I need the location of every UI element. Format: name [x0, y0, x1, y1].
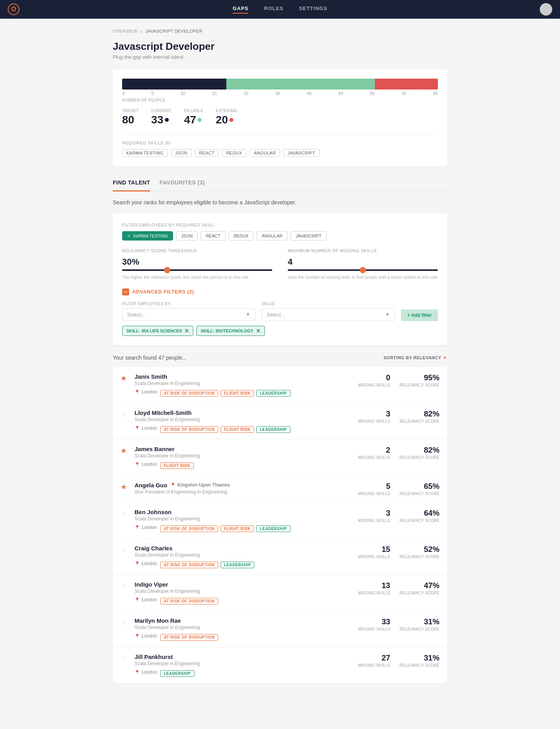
person-name[interactable]: Lloyd Mitchell-Smith: [135, 409, 352, 416]
remove-filter-icon[interactable]: ✕: [184, 328, 189, 334]
star-col[interactable]: ★: [121, 373, 128, 383]
relevancy-score-stat: 52% RELEVANCY SCORE: [400, 545, 440, 559]
badge-disruption: AT RISK OF DISRUPTION: [160, 634, 218, 641]
nav-link-settings[interactable]: SETTINGS: [299, 5, 327, 14]
person-name[interactable]: Angela Guo 📍 Kingston Upon Thames: [135, 482, 352, 488]
person-role: Vice President of Engineering in Enginee…: [135, 489, 352, 495]
skill-filter-tag[interactable]: REDUX: [229, 231, 254, 241]
relevancy-score-value: 31%: [400, 653, 440, 662]
relevancy-slider-label: RELEVANCY SCORE THRESHOLD:: [122, 248, 272, 253]
location-icon: 📍: [135, 670, 140, 675]
tab-favourites[interactable]: FAVOURITES (3): [159, 176, 205, 191]
missing-skills-slider-track[interactable]: [288, 269, 438, 271]
person-name[interactable]: Craig Charles: [135, 545, 352, 552]
relevancy-score-label: RELEVANCY SCORE: [400, 663, 440, 668]
relevancy-score-label: RELEVANCY SCORE: [400, 555, 440, 559]
badge-leadership: LEADERSHIP: [256, 426, 290, 433]
star-empty-icon[interactable]: ☆: [121, 510, 127, 518]
nav-avatar[interactable]: [540, 3, 552, 16]
person-name[interactable]: James Banner: [135, 446, 352, 452]
person-info: Indigo Viper Scala Developer in Engineer…: [135, 581, 352, 604]
missing-skills-stat: 2 MISSING SKILLS: [358, 446, 390, 460]
breadcrumb-overview[interactable]: OVERVIEW: [113, 29, 137, 33]
relevancy-score-value: 95%: [400, 373, 440, 382]
nav-logo[interactable]: O: [8, 4, 19, 15]
nav-link-roles[interactable]: ROLES: [264, 5, 284, 14]
star-empty-icon[interactable]: ☆: [121, 582, 127, 590]
star-col[interactable]: ☆: [121, 409, 128, 419]
tab-find-talent[interactable]: FIND TALENT: [113, 176, 150, 191]
filter-value-select[interactable]: Select... ▼: [262, 308, 395, 321]
star-filled-icon[interactable]: ★: [121, 447, 127, 455]
advanced-filters-toggle[interactable]: − ADVANCED FILTERS (2): [122, 288, 438, 295]
external-label: EXTERNAL: [216, 109, 238, 113]
badge-flight: FLIGHT RISK: [160, 462, 194, 469]
skill-filter-tag[interactable]: REACT: [201, 231, 225, 241]
skill-filter-tag[interactable]: ANGULAR: [257, 231, 287, 241]
person-name[interactable]: Ben Johnson: [135, 509, 352, 515]
skill-filter-tag-label: REACT: [206, 234, 220, 238]
table-row: ☆ Ben Johnson Scala Developer in Enginee…: [113, 502, 447, 539]
add-filter-button[interactable]: + Add filter: [401, 309, 438, 321]
person-stats: 33 MISSING SKILLS 31% RELEVANCY SCORE: [358, 617, 439, 631]
filter-value-label: VALUE:: [262, 302, 395, 306]
filter-by-select[interactable]: Select... ▼: [122, 308, 256, 321]
star-col[interactable]: ★: [121, 446, 128, 455]
relevancy-slider-desc: The higher the relevancy score, the clos…: [122, 274, 272, 281]
minus-icon: −: [122, 288, 129, 295]
axis-70: 70: [401, 91, 406, 96]
sort-by-relevancy[interactable]: SORTING BY RELEVANCY ▼: [383, 355, 447, 360]
star-empty-icon[interactable]: ☆: [121, 655, 127, 662]
person-stats: 27 MISSING SKILLS 31% RELEVANCY SCORE: [358, 653, 439, 668]
star-col[interactable]: ☆: [121, 617, 128, 627]
nav-link-gaps[interactable]: GAPS: [233, 5, 248, 14]
star-col[interactable]: ☆: [121, 581, 128, 590]
person-badges: FLIGHT RISK: [160, 462, 194, 469]
star-col[interactable]: ☆: [121, 545, 128, 554]
person-stats: 0 MISSING SKILLS 95% RELEVANCY SCORE: [358, 373, 439, 387]
relevancy-slider-track[interactable]: [122, 269, 272, 271]
missing-skills-slider-group: MAXIMUM NUMBER OF MISSING SKILLS: 4 Limi…: [288, 248, 438, 281]
person-name[interactable]: Jill Pankhurst: [135, 653, 352, 660]
star-empty-icon[interactable]: ☆: [121, 411, 127, 418]
remove-filter-icon[interactable]: ✕: [256, 328, 261, 334]
badge-disruption: AT RISK OF DISRUPTION: [160, 598, 218, 604]
person-badges: LEADERSHIP: [160, 670, 194, 677]
person-name[interactable]: Janis Smith: [135, 373, 352, 380]
skill-filter-tag[interactable]: JAVASCRIPT: [290, 231, 326, 241]
target-value: 80: [122, 114, 139, 126]
location-text: London: [142, 633, 157, 639]
relevancy-slider-thumb[interactable]: [164, 267, 170, 273]
relevancy-score-value: 64%: [400, 509, 440, 518]
current-dot: [165, 118, 169, 122]
location-icon: 📍: [135, 561, 140, 566]
missing-skills-stat: 5 MISSING SKILLS: [358, 482, 390, 496]
skill-filter-tag-label: KARMA TESTING: [133, 234, 168, 238]
table-row: ★ Janis Smith Scala Developer in Enginee…: [113, 367, 447, 403]
missing-skills-slider-thumb[interactable]: [360, 267, 366, 273]
filter-by-arrow: ▼: [246, 312, 250, 317]
navbar: O GAPS ROLES SETTINGS: [0, 0, 560, 19]
star-empty-icon[interactable]: ☆: [121, 618, 127, 626]
person-name[interactable]: Indigo Viper: [135, 581, 352, 588]
star-filled-icon[interactable]: ★: [121, 374, 127, 382]
person-name-text: Indigo Viper: [135, 581, 168, 588]
person-info: Lloyd Mitchell-Smith Scala Developer in …: [135, 409, 352, 433]
missing-skills-value: 3: [358, 409, 390, 418]
skill-filter-tag[interactable]: JSON: [176, 231, 198, 241]
star-col[interactable]: ☆: [121, 509, 128, 518]
relevancy-score-label: RELEVANCY SCORE: [400, 518, 440, 523]
star-filled-icon[interactable]: ★: [121, 483, 127, 491]
person-role: Scala Developer in Engineering: [135, 661, 352, 666]
skill-filter-tag[interactable]: ✓ KARMA TESTING: [122, 231, 173, 241]
person-name-text: Marilyn Mon Rae: [135, 617, 181, 624]
table-row: ★ James Banner Scala Developer in Engine…: [113, 439, 447, 476]
location-text: London: [142, 462, 157, 467]
person-name[interactable]: Marilyn Mon Rae: [135, 617, 352, 624]
badge-flight: FLIGHT RISK: [220, 525, 254, 532]
missing-skills-value: 2: [358, 446, 390, 455]
star-col[interactable]: ☆: [121, 653, 128, 663]
missing-skills-slider-value: 4: [288, 257, 438, 267]
star-col[interactable]: ★: [121, 482, 128, 491]
star-empty-icon[interactable]: ☆: [121, 546, 127, 554]
